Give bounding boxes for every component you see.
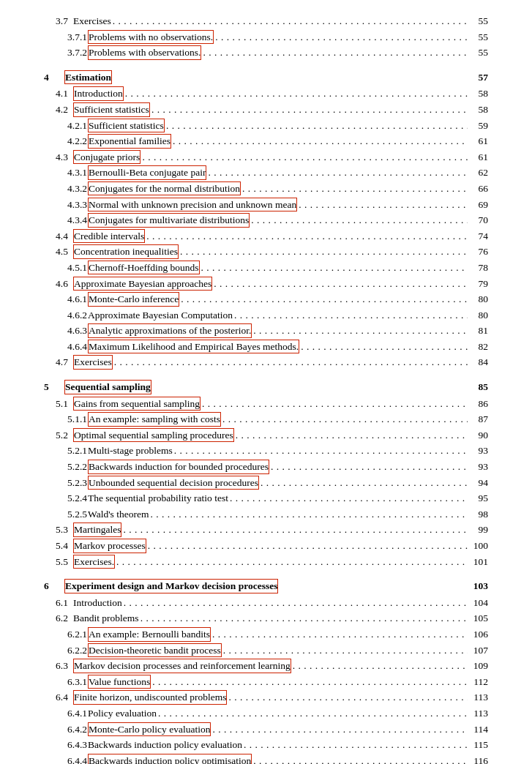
toc-row[interactable]: 5.1.1An example: sampling with costs . .… [44, 411, 488, 427]
toc-row[interactable]: 5.4Markov processes . . . . . . . . . . … [44, 538, 488, 554]
toc-row[interactable]: 5.3Martingales . . . . . . . . . . . . .… [44, 522, 488, 538]
toc-title[interactable]: Maximum Likelihood and Empirical Bayes m… [88, 340, 299, 354]
toc-page: 66 [468, 181, 488, 197]
toc-row[interactable]: 4.2.2Exponential families . . . . . . . … [44, 133, 488, 149]
toc-row[interactable]: 4.3.4Conjugates for multivariate distrib… [44, 212, 488, 228]
toc-title[interactable]: Credible intervals [73, 229, 145, 244]
toc-title[interactable]: Markov processes [73, 539, 146, 553]
toc-dots: . . . . . . . . . . . . . . . . . . . . … [211, 626, 468, 643]
toc-number: 6.4 [44, 689, 73, 705]
toc-dots: . . . . . . . . . . . . . . . . . . . . … [115, 554, 468, 570]
table-of-contents: 3.7Exercises . . . . . . . . . . . . . .… [44, 13, 488, 764]
toc-title[interactable]: Introduction [73, 86, 124, 101]
toc-row[interactable]: 6.4Finite horizon, undiscounted problems… [44, 689, 488, 705]
toc-row[interactable]: 4.6.1Monte-Carlo inference . . . . . . .… [44, 291, 488, 307]
toc-title[interactable]: Monte-Carlo policy evaluation [88, 722, 211, 737]
toc-title[interactable]: Conjugate priors [73, 150, 141, 165]
toc-title[interactable]: Problems with no observations. [88, 30, 214, 45]
toc-dots: . . . . . . . . . . . . . . . . . . . . … [179, 244, 468, 260]
toc-dots: . . . . . . . . . . . . . . . . . . . . … [179, 291, 468, 307]
toc-row[interactable]: 4.2.1Sufficient statistics . . . . . . .… [44, 118, 488, 134]
toc-row[interactable]: 6Experiment design and Markov decision p… [44, 578, 488, 594]
toc-number: 5.2.3 [44, 475, 88, 491]
toc-row[interactable]: 4.5Concentration inequalities . . . . . … [44, 244, 488, 260]
toc-row[interactable]: 6.2.2Decision-theoretic bandit process .… [44, 643, 488, 659]
toc-row[interactable]: 3.7.2Problems with observations. . . . .… [44, 45, 488, 61]
toc-row[interactable]: 6.4.2Monte-Carlo policy evaluation . . .… [44, 722, 488, 738]
toc-row[interactable]: 4.1Introduction . . . . . . . . . . . . … [44, 86, 488, 102]
toc-title[interactable]: Sufficient statistics [73, 102, 150, 117]
toc-row[interactable]: 4.3Conjugate priors . . . . . . . . . . … [44, 149, 488, 165]
toc-title[interactable]: Backwards induction for bounded procedur… [88, 460, 269, 474]
toc-title: Introduction [73, 595, 122, 611]
toc-title[interactable]: Concentration inequalities [73, 244, 179, 259]
toc-row[interactable]: 4.6.4Maximum Likelihood and Empirical Ba… [44, 339, 488, 355]
toc-row[interactable]: 4Estimation57 [44, 70, 488, 86]
toc-row[interactable]: 5.5Exercises. . . . . . . . . . . . . . … [44, 554, 488, 570]
toc-title[interactable]: Analytic approximations of the posterior… [88, 323, 252, 338]
toc-title[interactable]: Unbounded sequential decision procedures [88, 476, 259, 490]
toc-row[interactable]: 4.2Sufficient statistics . . . . . . . .… [44, 102, 488, 118]
toc-row[interactable]: 4.6.3Analytic approximations of the post… [44, 323, 488, 339]
toc-title[interactable]: Finite horizon, undiscounted problems [73, 690, 227, 705]
toc-title[interactable]: Exponential families [88, 134, 171, 149]
toc-title[interactable]: Chernoff-Hoeffding bounds [88, 261, 200, 275]
toc-page: 79 [468, 276, 488, 292]
toc-title[interactable]: Estimation [64, 70, 112, 85]
toc-title[interactable]: Bernoulli-Beta conjugate pair [88, 165, 206, 180]
toc-title[interactable]: Sequential sampling [64, 380, 151, 394]
toc-title[interactable]: Conjugates for multivariate distribution… [88, 213, 250, 228]
toc-page: 112 [468, 674, 488, 690]
toc-title[interactable]: Markov decision processes and reinforcem… [73, 659, 291, 673]
toc-title[interactable]: An example: sampling with costs [88, 412, 221, 427]
toc-title[interactable]: Problems with observations. [88, 45, 201, 60]
toc-row[interactable]: 3.7.1Problems with no observations. . . … [44, 29, 488, 45]
toc-title: Multi-stage problems [88, 443, 173, 459]
toc-title[interactable]: Approximate Bayesian approaches [73, 277, 212, 291]
toc-row[interactable]: 5.2.3Unbounded sequential decision proce… [44, 475, 488, 491]
toc-title[interactable]: Exercises. [73, 555, 115, 569]
toc-title[interactable]: Optimal sequential sampling procedures [73, 428, 234, 443]
toc-title[interactable]: Sufficient statistics [88, 119, 165, 133]
toc-page: 113 [468, 689, 488, 705]
toc-row[interactable]: 4.4Credible intervals . . . . . . . . . … [44, 228, 488, 244]
toc-title[interactable]: Gains from sequential sampling [73, 397, 201, 411]
toc-row[interactable]: 4.5.1Chernoff-Hoeffding bounds . . . . .… [44, 260, 488, 276]
toc-number: 5.1.1 [44, 411, 88, 427]
toc-row[interactable]: 6.3.1Value functions . . . . . . . . . .… [44, 674, 488, 690]
toc-row: 6.1Introduction . . . . . . . . . . . . … [44, 595, 488, 611]
toc-dots: . . . . . . . . . . . . . . . . . . . . … [145, 228, 468, 244]
toc-row[interactable]: 5.2Optimal sequential sampling procedure… [44, 427, 488, 443]
toc-number: 4.2 [44, 102, 73, 118]
toc-row[interactable]: 4.3.1Bernoulli-Beta conjugate pair . . .… [44, 165, 488, 181]
toc-row[interactable]: 6.2.1An example: Bernoulli bandits . . .… [44, 626, 488, 643]
toc-title[interactable]: Exercises [73, 355, 113, 370]
toc-page: 98 [468, 506, 488, 523]
toc-title[interactable]: Backwards induction policy optimisation [88, 754, 252, 764]
toc-title[interactable]: Decision-theoretic bandit process [88, 643, 222, 658]
toc-number: 4.3 [44, 149, 73, 165]
toc-row[interactable]: 6.4.4Backwards induction policy optimisa… [44, 753, 488, 764]
toc-title[interactable]: Monte-Carlo inference [88, 292, 179, 307]
toc-dots: . . . . . . . . . . . . . . . . . . . . … [157, 705, 468, 722]
toc-row[interactable]: 4.3.2Conjugates for the normal distribut… [44, 181, 488, 197]
toc-number: 6.2 [44, 610, 73, 626]
toc-number: 5.3 [44, 522, 73, 538]
toc-row[interactable]: 5Sequential sampling85 [44, 379, 488, 395]
toc-row[interactable]: 6.3Markov decision processes and reinfor… [44, 658, 488, 674]
toc-title[interactable]: An example: Bernoulli bandits [88, 627, 211, 642]
toc-number: 5 [44, 379, 64, 395]
toc-title[interactable]: Conjugates for the normal distribution [88, 181, 241, 196]
toc-row[interactable]: 4.3.3Normal with unknown precision and u… [44, 197, 488, 213]
toc-title[interactable]: Value functions [88, 675, 151, 689]
toc-title[interactable]: Normal with unknown precision and unknow… [88, 198, 297, 212]
toc-dots: . . . . . . . . . . . . . . . . . . . . … [227, 689, 468, 705]
toc-row[interactable]: 4.6Approximate Bayesian approaches . . .… [44, 276, 488, 292]
toc-row[interactable]: 4.7Exercises . . . . . . . . . . . . . .… [44, 354, 488, 370]
toc-title[interactable]: Martingales [73, 523, 121, 537]
toc-title[interactable]: Experiment design and Markov decision pr… [64, 579, 278, 593]
toc-dots: . . . . . . . . . . . . . . . . . . . . … [250, 212, 468, 228]
toc-row[interactable]: 5.2.2Backwards induction for bounded pro… [44, 459, 488, 475]
toc-dots: . . . . . . . . . . . . . . . . . . . . … [241, 181, 468, 197]
toc-row[interactable]: 5.1Gains from sequential sampling . . . … [44, 396, 488, 412]
